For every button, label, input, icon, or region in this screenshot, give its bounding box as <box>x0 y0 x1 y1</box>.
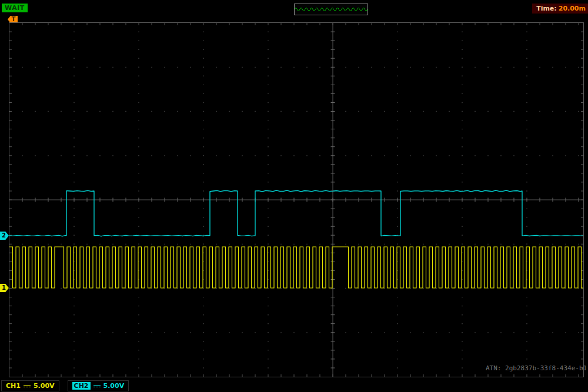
ch2-readout: CH2 5.00V <box>68 380 129 391</box>
ch1-scale: 5.00V <box>34 382 55 390</box>
ch2-ground-marker: 2 <box>0 232 9 240</box>
ch1-label: CH1 <box>6 382 21 390</box>
ch2-label: CH2 <box>72 382 91 390</box>
timebase-label: Time: <box>536 5 557 12</box>
ch2-dc-coupling-icon <box>93 385 101 387</box>
ch1-dc-coupling-icon <box>24 385 31 387</box>
acquisition-status-badge: WAIT <box>2 4 28 12</box>
waveform-plot <box>9 23 583 377</box>
trigger-marker-label: T <box>12 16 16 22</box>
bottom-status-bar: CH1 5.00V CH2 5.00V <box>0 380 588 392</box>
watermark-text: ATN: 2gb2837b-33f8-434e-b1d <box>486 364 586 372</box>
graticule-area <box>9 22 584 377</box>
oscilloscope-screen: WAIT Time: 20.00m T 2 1 ATN: 2gb2837b-33… <box>0 0 588 392</box>
ch1-readout: CH1 5.00V <box>1 380 59 391</box>
ch2-scale: 5.00V <box>103 382 125 390</box>
ch2-marker-label: 2 <box>2 232 6 239</box>
trigger-preview-box <box>294 4 368 15</box>
trigger-preview-waveform-icon <box>295 4 368 15</box>
timebase-value: 20.00m <box>559 5 586 12</box>
ch1-marker-label: 1 <box>2 284 6 291</box>
ch1-ground-marker: 1 <box>0 284 9 292</box>
timebase-readout: Time: 20.00m <box>532 4 588 14</box>
